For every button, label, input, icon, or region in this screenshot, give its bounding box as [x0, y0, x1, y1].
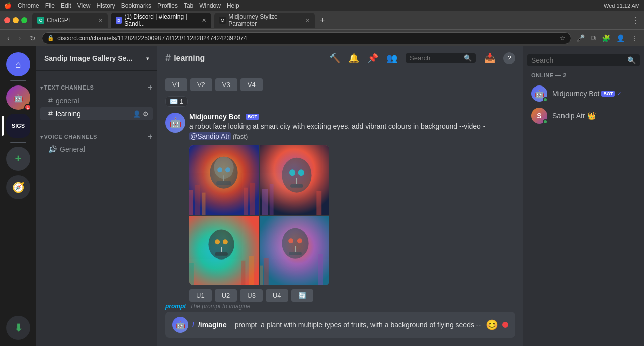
- add-text-channel-button[interactable]: +: [148, 83, 153, 92]
- voice-channels-category[interactable]: ▾ VOICE CHANNELS +: [36, 124, 157, 143]
- channel-name-general: general: [56, 97, 149, 105]
- extensions-button[interactable]: 🧩: [600, 33, 612, 43]
- new-tab-button[interactable]: +: [318, 16, 327, 25]
- explore-servers-button[interactable]: 🧭: [6, 175, 30, 199]
- refresh-button[interactable]: 🔄: [291, 289, 313, 302]
- u4-button[interactable]: U4: [266, 289, 288, 302]
- add-server-button[interactable]: +: [6, 147, 30, 171]
- server-divider: [10, 80, 26, 81]
- v1-top-button[interactable]: V1: [165, 78, 187, 91]
- image-cell-1: [189, 145, 259, 215]
- ai-image-grid[interactable]: [189, 145, 329, 285]
- member-item-sandip-atr[interactable]: S Sandip Atr 👑: [527, 105, 640, 127]
- tab-midjourney[interactable]: M Midjourney Stylize Parameter ✕: [214, 13, 315, 28]
- bot-message-mention[interactable]: @Sandip Atr: [189, 132, 231, 140]
- mac-menu-view[interactable]: View: [77, 2, 91, 9]
- u3-button[interactable]: U3: [240, 289, 263, 302]
- top-v-buttons: V1 V2 V3 V4: [165, 78, 515, 91]
- channel-item-general-voice[interactable]: 🔊 General: [40, 143, 153, 155]
- mac-menu-history[interactable]: History: [97, 2, 115, 9]
- channel-user-settings-icon[interactable]: 👤: [133, 110, 141, 118]
- add-voice-channel-button[interactable]: +: [148, 132, 153, 141]
- server-list: ⌂ 🤖 1 SIGS + 🧭 ⬇: [0, 46, 36, 346]
- v4-top-button[interactable]: V4: [240, 78, 263, 91]
- server-1-item[interactable]: 🤖 1: [6, 85, 30, 110]
- tab-midjourney-close[interactable]: ✕: [305, 17, 310, 24]
- u1-button[interactable]: U1: [189, 289, 212, 302]
- hammerhead-icon[interactable]: 🔨: [329, 53, 340, 64]
- bot-badge: BOT: [246, 114, 259, 120]
- server-header[interactable]: Sandip Image Gallery Se... ▾: [36, 46, 157, 71]
- tab-chatgpt[interactable]: C ChatGPT ✕: [32, 13, 108, 28]
- mac-apple[interactable]: 🍎: [4, 2, 12, 9]
- profile-button[interactable]: 👤: [614, 33, 627, 43]
- v2-top-button[interactable]: V2: [190, 78, 212, 91]
- sigs-server-icon[interactable]: SIGS: [6, 114, 30, 138]
- svg-point-4: [225, 168, 230, 173]
- top-emoji-reaction[interactable]: ✉️ 1: [165, 96, 188, 107]
- inbox-header-icon[interactable]: 📥: [484, 53, 495, 64]
- svg-point-14: [289, 169, 295, 176]
- bot-message-main-text: a robot face looking at smart city with …: [189, 122, 485, 130]
- maximize-window-button[interactable]: [21, 17, 27, 23]
- channel-item-learning[interactable]: # learning 👤 ⚙: [40, 107, 153, 120]
- discord-app-layout: ⌂ 🤖 1 SIGS + 🧭 ⬇: [0, 46, 644, 346]
- address-bar[interactable]: 🔒 discord.com/channels/11282822500987781…: [42, 32, 571, 44]
- channel-item-general[interactable]: # general: [40, 94, 153, 107]
- tab-discord[interactable]: D (1) Discord | #learning | Sandi... ✕: [111, 13, 211, 28]
- emoji-picker-button[interactable]: 😊: [486, 319, 498, 331]
- more-options-button[interactable]: ⋮: [629, 33, 640, 43]
- pin-header-icon[interactable]: 📌: [367, 53, 378, 64]
- channel-gear-icon[interactable]: ⚙: [143, 110, 149, 118]
- bookmark-icon[interactable]: ☆: [559, 34, 566, 42]
- tab-chatgpt-close[interactable]: ✕: [98, 17, 103, 24]
- v3-top-button[interactable]: V3: [215, 78, 237, 91]
- midjourney-bot-name: Midjourney Bot: [552, 90, 599, 98]
- mac-menu-help[interactable]: Help: [227, 2, 239, 9]
- svg-rect-30: [260, 216, 329, 285]
- download-apps-button[interactable]: ⬇: [6, 316, 30, 340]
- home-server-item[interactable]: ⌂: [6, 52, 30, 76]
- chat-search-box[interactable]: 🔍: [406, 53, 476, 63]
- members-search-box[interactable]: 🔍: [527, 54, 640, 66]
- svg-point-23: [215, 240, 220, 245]
- chat-text-input[interactable]: [235, 321, 481, 329]
- mac-menu-file[interactable]: File: [45, 2, 55, 9]
- record-button[interactable]: [502, 322, 508, 328]
- help-header-icon[interactable]: ?: [503, 52, 515, 64]
- chat-area: # learning 🔨 🔔 📌 👥 🔍 📥 ? V1 V2: [157, 46, 523, 346]
- members-header-icon[interactable]: 👥: [386, 53, 397, 64]
- members-search-input[interactable]: [531, 56, 624, 64]
- mac-menu-profiles[interactable]: Profiles: [157, 2, 178, 9]
- reload-button[interactable]: ↻: [27, 33, 39, 43]
- address-text[interactable]: discord.com/channels/1128282250098778123…: [57, 35, 556, 42]
- cast-button[interactable]: ⧉: [589, 33, 598, 43]
- u2-button[interactable]: U2: [215, 289, 237, 302]
- window-controls[interactable]: [4, 17, 27, 23]
- envelope-emoji-top: ✉️: [170, 98, 178, 105]
- midjourney-bot-avatar: 🤖: [531, 85, 547, 102]
- navigation-bar: ‹ › ↻ 🔒 discord.com/channels/11282822500…: [0, 29, 644, 46]
- mac-os-bar: 🍎 Chrome File Edit View History Bookmark…: [0, 0, 644, 11]
- profile-icon[interactable]: ⋮: [631, 15, 640, 26]
- sigs-server-item[interactable]: SIGS: [6, 114, 30, 138]
- forward-button[interactable]: ›: [16, 33, 24, 43]
- minimize-window-button[interactable]: [13, 17, 19, 23]
- notifications-header-icon[interactable]: 🔔: [348, 53, 359, 64]
- text-channels-category[interactable]: ▾ TEXT CHANNELS +: [36, 75, 157, 94]
- mac-menu-tab[interactable]: Tab: [184, 2, 193, 9]
- mac-menu-chrome[interactable]: Chrome: [18, 2, 39, 9]
- close-window-button[interactable]: [4, 17, 10, 23]
- mac-menu-bookmarks[interactable]: Bookmarks: [121, 2, 151, 9]
- mac-menu-edit[interactable]: Edit: [61, 2, 71, 9]
- home-server-icon[interactable]: ⌂: [6, 52, 30, 76]
- mic-nav-button[interactable]: 🎤: [574, 33, 587, 43]
- mac-menu-window[interactable]: Window: [199, 2, 221, 9]
- midjourney-bot-info: Midjourney Bot BOT ✓: [552, 90, 636, 98]
- tab-discord-close[interactable]: ✕: [202, 17, 206, 24]
- back-button[interactable]: ‹: [4, 33, 13, 43]
- svg-rect-11: [250, 183, 255, 215]
- chat-search-input[interactable]: [410, 54, 462, 62]
- member-item-midjourney-bot[interactable]: 🤖 Midjourney Bot BOT ✓: [527, 82, 640, 105]
- slash-command[interactable]: /imagine: [198, 321, 227, 329]
